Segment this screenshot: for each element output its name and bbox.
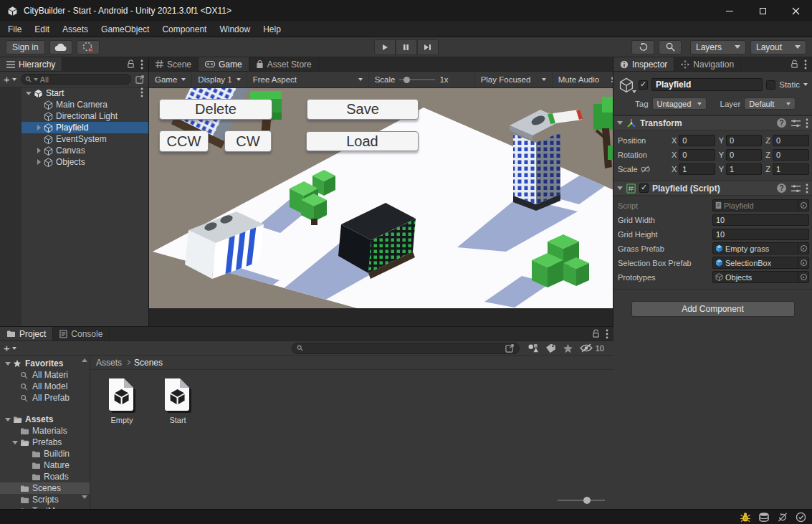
stats-toggle[interactable]: Stats (605, 72, 613, 87)
position-z-field[interactable]: 0 (773, 135, 809, 146)
kebab-menu-icon[interactable] (140, 87, 143, 100)
open-new-window-icon[interactable] (135, 75, 145, 84)
active-checkbox[interactable] (639, 80, 648, 90)
tree-all-models[interactable]: All Model (0, 381, 90, 392)
pause-button[interactable] (396, 39, 417, 55)
maximize-button[interactable] (746, 0, 779, 22)
tab-console[interactable]: Console (53, 327, 110, 340)
script-object-field[interactable]: Playfield (712, 199, 809, 211)
favorites-star-icon[interactable] (563, 343, 573, 353)
render-target-dropdown[interactable]: Game (149, 72, 192, 87)
foldout-open-icon[interactable] (617, 186, 623, 190)
hierarchy-item-objects[interactable]: Objects (0, 156, 148, 168)
display-dropdown[interactable]: Display 1 (192, 72, 247, 87)
filter-by-type-icon[interactable] (527, 343, 539, 353)
breadcrumb-assets[interactable]: Assets (96, 358, 122, 368)
foldout-open-icon[interactable] (5, 418, 11, 421)
kebab-menu-icon[interactable] (806, 184, 808, 194)
cache-server-icon[interactable] (758, 512, 770, 523)
component-enabled-checkbox[interactable] (639, 184, 649, 193)
chevron-down-icon[interactable] (12, 78, 16, 81)
menu-component[interactable]: Component (156, 22, 213, 37)
scroll-up-icon[interactable] (82, 358, 87, 362)
ccw-button[interactable]: CCW (159, 130, 209, 152)
foldout-open-icon[interactable] (12, 441, 18, 444)
tree-scripts[interactable]: Scripts (0, 494, 90, 505)
close-button[interactable] (779, 0, 812, 22)
undo-history-button[interactable] (631, 40, 654, 54)
foldout-closed-icon[interactable] (37, 125, 41, 130)
tab-asset-store[interactable]: Asset Store (249, 57, 319, 71)
kebab-menu-icon[interactable] (804, 59, 807, 70)
layers-dropdown[interactable]: Layers (690, 40, 746, 54)
tag-dropdown[interactable]: Untagged (652, 97, 707, 110)
scale-x-field[interactable]: 1 (679, 163, 715, 175)
foldout-open-icon[interactable] (5, 362, 11, 366)
playfield-script-header[interactable]: Playfield (Script) ? (613, 181, 812, 196)
scale-slider[interactable] (399, 79, 435, 80)
tab-project[interactable]: Project (0, 327, 53, 340)
foldout-closed-icon[interactable] (37, 148, 41, 153)
slider-thumb[interactable] (583, 497, 591, 504)
object-picker-icon[interactable] (798, 272, 808, 282)
asset-item-start[interactable]: Start (155, 377, 201, 424)
rotation-x-field[interactable]: 0 (679, 149, 715, 161)
foldout-open-icon[interactable] (26, 92, 32, 95)
kebab-menu-icon[interactable] (806, 118, 808, 128)
static-checkbox[interactable] (766, 80, 775, 90)
tab-navigation[interactable]: Navigation (674, 57, 741, 71)
grid-height-field[interactable]: 10 (712, 229, 809, 240)
cloud-button[interactable] (49, 40, 72, 54)
object-picker-icon[interactable] (798, 200, 808, 211)
collab-button[interactable] (77, 40, 100, 54)
gameobject-icon[interactable] (618, 76, 635, 93)
tree-nature[interactable]: Nature (0, 459, 90, 471)
tree-favorites[interactable]: Favorites (0, 358, 90, 369)
auto-refresh-disabled-icon[interactable] (777, 512, 788, 523)
selection-box-prefab-field[interactable]: SelectionBox (712, 257, 809, 269)
hierarchy-search-field[interactable]: All (21, 74, 131, 85)
debug-bug-icon[interactable] (740, 512, 751, 523)
play-button[interactable] (374, 39, 396, 55)
hidden-items-indicator[interactable]: 10 (580, 343, 604, 353)
sign-in-button[interactable]: Sign in (6, 40, 45, 54)
scale-slider-thumb[interactable] (403, 77, 410, 83)
tree-assets[interactable]: Assets (0, 414, 90, 425)
project-search-field[interactable] (292, 343, 520, 354)
presets-icon[interactable] (791, 119, 801, 128)
lock-icon[interactable] (127, 59, 135, 69)
hierarchy-item-playfield[interactable]: Playfield (0, 122, 148, 133)
play-focused-dropdown[interactable]: Play Focused (475, 72, 553, 87)
delete-button[interactable]: Delete (159, 99, 272, 120)
layout-dropdown[interactable]: Layout (750, 40, 806, 54)
foldout-closed-icon[interactable] (37, 159, 41, 165)
hierarchy-item-main-camera[interactable]: Main Camera (0, 99, 148, 110)
help-icon[interactable]: ? (777, 118, 786, 128)
scale-z-field[interactable]: 1 (773, 163, 809, 175)
tree-materials[interactable]: Materials (0, 425, 90, 437)
search-everywhere-button[interactable] (659, 40, 682, 54)
static-dropdown-icon[interactable] (803, 83, 808, 86)
tree-textmeshpro[interactable]: TextMes (0, 505, 90, 509)
thumbnail-zoom-slider[interactable] (558, 497, 605, 504)
hierarchy-item-canvas[interactable]: Canvas (0, 145, 148, 156)
load-button[interactable]: Load (306, 131, 419, 151)
cw-button[interactable]: CW (224, 130, 272, 152)
hierarchy-item-directional-light[interactable]: Directional Light (0, 110, 148, 122)
create-asset-button[interactable] (4, 343, 10, 354)
transform-header[interactable]: Transform ? (613, 115, 812, 130)
tab-hierarchy[interactable]: Hierarchy (0, 57, 62, 71)
scroll-down-icon[interactable] (82, 495, 87, 499)
tree-buildings[interactable]: Buildin (0, 448, 90, 459)
tree-roads[interactable]: Roads (0, 471, 90, 482)
object-picker-icon[interactable] (798, 257, 808, 268)
kebab-menu-icon[interactable] (140, 59, 143, 70)
asset-item-empty[interactable]: Empty (99, 377, 145, 424)
aspect-dropdown[interactable]: Free Aspect (247, 72, 369, 87)
filter-by-label-icon[interactable] (545, 343, 556, 353)
tree-prefabs[interactable]: Prefabs (0, 437, 90, 448)
menu-gameobject[interactable]: GameObject (95, 22, 156, 37)
lock-icon[interactable] (790, 59, 798, 69)
mute-audio-toggle[interactable]: Mute Audio (553, 72, 606, 87)
scale-y-field[interactable]: 1 (726, 163, 762, 175)
